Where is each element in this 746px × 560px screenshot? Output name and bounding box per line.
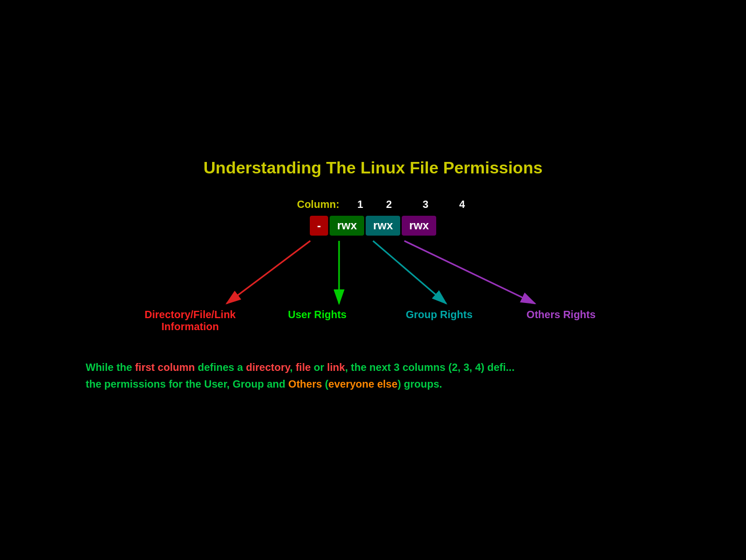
arrows-container (138, 236, 608, 340)
perm-box-group: rwx (366, 216, 400, 236)
svg-line-7 (404, 241, 535, 304)
desc-rest: , the next 3 columns (2, 3, 4) defi... (345, 361, 515, 373)
desc-while: While the (86, 361, 135, 373)
column-labels: Column: 1 2 3 4 (297, 199, 480, 211)
perm-box-others: rwx (402, 216, 436, 236)
desc-line-1: While the first column defines a directo… (86, 359, 660, 376)
col-num-3: 3 (407, 199, 444, 211)
desc-defines: defines a (195, 361, 246, 373)
desc-others: Others (288, 378, 322, 390)
main-container: Understanding The Linux File Permissions… (86, 158, 660, 392)
col-numbers: 1 2 3 4 (350, 199, 481, 211)
svg-line-4 (227, 241, 310, 304)
desc-first-col: first column (135, 361, 194, 373)
col-num-1: 1 (350, 199, 371, 211)
desc-comma1: , (290, 361, 296, 373)
desc-perms: the permissions for the User, Group and (86, 378, 288, 390)
desc-everyone: everyone else (329, 378, 398, 390)
diagram-section: Column: 1 2 3 4 - rwx rwx rwx (86, 199, 660, 333)
col-num-2: 2 (371, 199, 407, 211)
description: While the first column defines a directo… (86, 359, 660, 392)
col-num-4: 4 (444, 199, 481, 211)
permission-boxes: - rwx rwx rwx (310, 216, 436, 236)
desc-paren-open: ( (322, 378, 328, 390)
desc-directory: directory (246, 361, 290, 373)
perm-box-directory: - (310, 216, 328, 236)
page-title: Understanding The Linux File Permissions (204, 158, 543, 178)
perm-box-user: rwx (330, 216, 364, 236)
desc-paren-close: ) groups. (398, 378, 442, 390)
desc-link: link (327, 361, 345, 373)
svg-line-6 (373, 241, 446, 304)
desc-line-2: the permissions for the User, Group and … (86, 376, 660, 392)
column-label-text: Column: (297, 199, 339, 211)
desc-or: or (311, 361, 327, 373)
desc-file: file (296, 361, 311, 373)
